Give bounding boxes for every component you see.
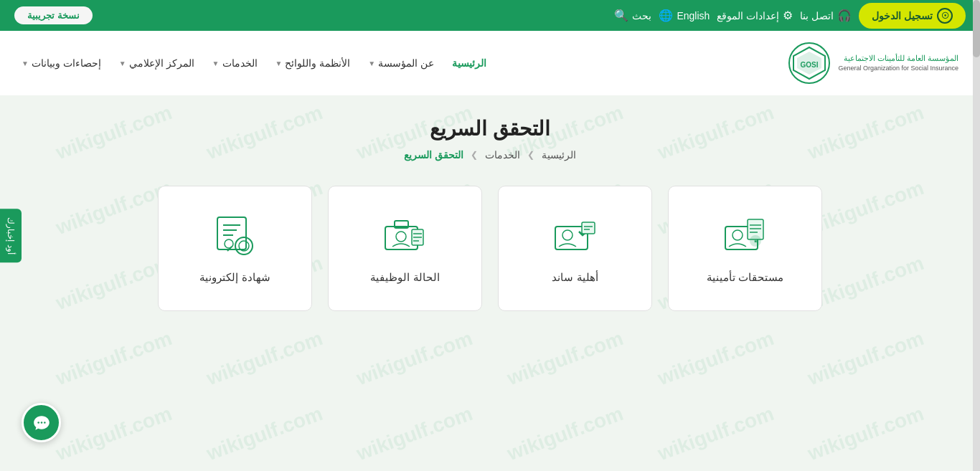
- svg-point-34: [44, 422, 46, 424]
- insurance-icon: ﹡: [722, 214, 768, 260]
- top-bar-left: نسخة تجريبية: [14, 6, 93, 24]
- settings-label: إعدادات الموقع: [717, 10, 779, 22]
- breadcrumb-sep-2: ❯: [471, 150, 478, 160]
- nav-about-link[interactable]: عن المؤسسة ▼: [368, 57, 434, 69]
- nav-bar: المؤسسة العامة للتأمينات الاجتماعية Gene…: [0, 31, 980, 95]
- svg-point-32: [37, 422, 39, 424]
- card-employment[interactable]: الحالة الوظيفية: [328, 186, 482, 311]
- page-title: التحقق السريع: [0, 117, 980, 141]
- chat-button[interactable]: [22, 403, 61, 442]
- breadcrumb: الرئيسية ❯ الخدمات ❯ التحقق السريع: [0, 149, 980, 161]
- nav-item-media[interactable]: المركز الإعلامي ▼: [119, 57, 194, 69]
- svg-point-14: [396, 232, 406, 242]
- svg-point-5: [235, 237, 253, 254]
- nav-home-label: الرئيسية: [452, 57, 486, 69]
- svg-text:GOSI: GOSI: [801, 61, 819, 69]
- contact-button[interactable]: 🎧 اتصل بنا: [800, 9, 852, 22]
- nav-media-arrow: ▼: [119, 60, 126, 67]
- insurance-label: مستحقات تأمينية: [707, 271, 783, 284]
- language-label: English: [677, 10, 710, 22]
- side-tab[interactable]: أود إخبارك: [0, 209, 22, 262]
- trial-label: نسخة تجريبية: [27, 10, 80, 21]
- scrollbar-thumb[interactable]: [973, 0, 980, 57]
- page-content: التحقق السريع الرئيسية ❯ الخدمات ❯ التحق…: [0, 95, 980, 354]
- chat-icon: [32, 414, 51, 432]
- breadcrumb-current: التحقق السريع: [404, 149, 463, 161]
- globe-icon: 🌐: [659, 9, 673, 22]
- svg-point-33: [40, 422, 42, 424]
- contact-label: اتصل بنا: [800, 10, 834, 22]
- headphone-icon: 🎧: [837, 9, 852, 22]
- card-sanad[interactable]: أهلية ساند: [498, 186, 652, 311]
- nav-statistics-arrow: ▼: [22, 60, 29, 67]
- nav-logo: المؤسسة العامة للتأمينات الاجتماعية Gene…: [788, 42, 958, 85]
- breadcrumb-services[interactable]: الخدمات: [485, 149, 520, 161]
- certificate-label: شهادة إلكترونية: [199, 271, 270, 284]
- svg-point-20: [562, 230, 573, 240]
- nav-media-link[interactable]: المركز الإعلامي ▼: [119, 57, 194, 69]
- login-button[interactable]: ☉ تسجيل الدخول: [859, 3, 966, 29]
- nav-home-link[interactable]: الرئيسية: [452, 57, 486, 69]
- nav-services-link[interactable]: الخدمات ▼: [212, 57, 258, 69]
- svg-rect-4: [217, 217, 246, 249]
- login-label: تسجيل الدخول: [872, 10, 933, 22]
- nav-item-services[interactable]: الخدمات ▼: [212, 57, 258, 69]
- svg-text:﹡: ﹡: [752, 237, 760, 245]
- gear-icon: ⚙: [783, 9, 793, 22]
- nav-item-statistics[interactable]: إحصاءات وبيانات ▼: [22, 57, 101, 69]
- nav-services-label: الخدمات: [222, 57, 258, 69]
- cards-section: شهادة إلكترونية الحالة الوظيفية: [0, 186, 980, 311]
- sanad-label: أهلية ساند: [552, 271, 598, 284]
- nav-statistics-label: إحصاءات وبيانات: [32, 57, 101, 69]
- search-label: بحث: [632, 10, 651, 22]
- login-icon: ☉: [937, 8, 953, 24]
- settings-button[interactable]: ⚙ إعدادات الموقع: [717, 9, 793, 22]
- card-certificate[interactable]: شهادة إلكترونية: [158, 186, 312, 311]
- side-tab-label: أود إخبارك: [6, 217, 16, 254]
- svg-rect-21: [582, 222, 595, 234]
- nav-media-label: المركز الإعلامي: [129, 57, 194, 69]
- nav-regulations-link[interactable]: الأنظمة واللوائح ▼: [275, 57, 351, 69]
- nav-item-home[interactable]: الرئيسية: [452, 57, 486, 69]
- nav-statistics-link[interactable]: إحصاءات وبيانات ▼: [22, 57, 101, 69]
- logo-arabic: المؤسسة العامة للتأمينات الاجتماعية: [838, 53, 958, 64]
- nav-regulations-arrow: ▼: [275, 60, 283, 67]
- employment-icon: [382, 214, 428, 260]
- logo-text: المؤسسة العامة للتأمينات الاجتماعية Gene…: [838, 53, 958, 73]
- search-icon: 🔍: [614, 9, 628, 22]
- nav-item-regulations[interactable]: الأنظمة واللوائح ▼: [275, 57, 351, 69]
- page-title-section: التحقق السريع الرئيسية ❯ الخدمات ❯ التحق…: [0, 117, 980, 161]
- breadcrumb-sep-1: ❯: [527, 150, 534, 160]
- nav-about-label: عن المؤسسة: [378, 57, 434, 69]
- logo-english: General Organization for Social Insuranc…: [838, 64, 958, 73]
- employment-label: الحالة الوظيفية: [370, 271, 439, 284]
- nav-regulations-label: الأنظمة واللوائح: [285, 57, 350, 69]
- logo-svg: GOSI: [788, 42, 831, 85]
- language-button[interactable]: English 🌐: [659, 9, 710, 22]
- card-insurance[interactable]: ﹡ مستحقات تأمينية: [668, 186, 822, 311]
- search-button[interactable]: بحث 🔍: [614, 9, 651, 22]
- nav-about-arrow: ▼: [368, 60, 375, 67]
- main-content-area: wikigulf.com wikigulf.com wikigulf.com w…: [0, 95, 980, 471]
- svg-point-25: [732, 230, 743, 240]
- trial-button[interactable]: نسخة تجريبية: [14, 6, 93, 24]
- top-bar-right: ☉ تسجيل الدخول 🎧 اتصل بنا ⚙ إعدادات المو…: [614, 3, 966, 29]
- breadcrumb-home[interactable]: الرئيسية: [542, 149, 576, 161]
- sanad-icon: [552, 214, 598, 260]
- nav-links: الرئيسية عن المؤسسة ▼ الأنظمة واللوائح ▼…: [22, 57, 486, 69]
- nav-services-arrow: ▼: [212, 60, 220, 67]
- nav-item-about[interactable]: عن المؤسسة ▼: [368, 57, 434, 69]
- main-nav: الرئيسية عن المؤسسة ▼ الأنظمة واللوائح ▼…: [22, 57, 486, 69]
- top-bar: ☉ تسجيل الدخول 🎧 اتصل بنا ⚙ إعدادات المو…: [0, 0, 980, 31]
- certificate-icon: [212, 214, 258, 260]
